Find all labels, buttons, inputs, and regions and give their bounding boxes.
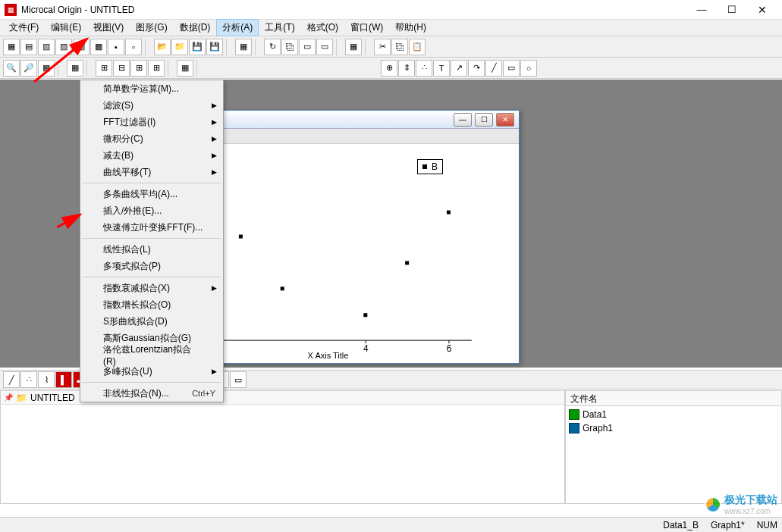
tb-zoom-out[interactable]: 🔎 bbox=[20, 60, 37, 77]
tb-grid2[interactable]: ⊟ bbox=[113, 60, 130, 77]
dd-calculus[interactable]: 微积分(C)▶ bbox=[80, 130, 223, 147]
tb-new-layout[interactable]: ▪ bbox=[108, 39, 124, 55]
tb-new-graph[interactable]: ▧ bbox=[55, 39, 72, 55]
tb-new-excel[interactable]: ▥ bbox=[38, 39, 55, 55]
tb-legend[interactable]: ▭ bbox=[299, 39, 316, 55]
file-list-header[interactable]: 文件名 bbox=[566, 391, 781, 406]
window-title: Microcal Origin - UNTITLED bbox=[21, 5, 686, 15]
dd-multipeak-fit[interactable]: 多峰拟合(U)▶ bbox=[80, 363, 223, 380]
tb-curved-arrow[interactable]: ↷ bbox=[468, 60, 485, 77]
tb-text[interactable]: T bbox=[433, 60, 450, 77]
project-explorer-body[interactable] bbox=[1, 405, 564, 503]
dd-translate[interactable]: 曲线平移(T)▶ bbox=[80, 164, 223, 180]
tb-grid1[interactable]: ⊞ bbox=[96, 60, 112, 77]
tb-new-matrix[interactable]: ▨ bbox=[73, 39, 90, 55]
svg-line-18 bbox=[57, 214, 80, 227]
tb-open-template[interactable]: 📁 bbox=[171, 39, 188, 55]
tb-save[interactable]: 💾 bbox=[189, 39, 206, 55]
tb-line[interactable]: ╱ bbox=[485, 60, 502, 77]
menu-graph[interactable]: 图形(G) bbox=[130, 19, 173, 36]
tb-new-notes[interactable]: ▫ bbox=[125, 39, 142, 55]
dd-nonlinear-fit[interactable]: 非线性拟合(N)...Ctrl+Y bbox=[80, 385, 223, 402]
tb-enlarge[interactable]: ∴ bbox=[416, 60, 432, 77]
dd-filter[interactable]: 滤波(S)▶ bbox=[80, 97, 223, 114]
file-item-data1[interactable]: Data1 bbox=[567, 408, 780, 421]
tb-line-plot[interactable]: ╱ bbox=[3, 371, 20, 388]
tb-arrow[interactable]: ↗ bbox=[451, 60, 467, 77]
menu-edit[interactable]: 编辑(E) bbox=[45, 19, 87, 36]
dd-lorentzian-fit[interactable]: 洛伦兹Lorentzian拟合(R) bbox=[80, 346, 223, 363]
maximize-button[interactable]: ☐ bbox=[717, 1, 747, 19]
status-window: Graph1* bbox=[711, 520, 745, 530]
tb-new-color[interactable]: ▭ bbox=[316, 39, 333, 55]
menu-window[interactable]: 窗口(W) bbox=[344, 19, 389, 36]
dd-exp-decay-fit[interactable]: 指数衰减拟合(X)▶ bbox=[80, 280, 223, 296]
tb-layer-tool[interactable]: ▦ bbox=[177, 60, 193, 77]
menu-tools[interactable]: 工具(T) bbox=[259, 19, 300, 36]
tb-print[interactable]: ▦ bbox=[235, 39, 252, 55]
dd-sigmoidal-fit[interactable]: S形曲线拟合(D) bbox=[80, 313, 223, 330]
status-dataset: Data1_B bbox=[663, 520, 699, 530]
menu-data[interactable]: 数据(D) bbox=[174, 19, 217, 36]
dd-polynomial-fit[interactable]: 多项式拟合(P) bbox=[80, 258, 223, 274]
menu-analysis[interactable]: 分析(A) bbox=[216, 19, 259, 36]
tb-circle[interactable]: ○ bbox=[520, 60, 537, 77]
graph-minimize-button[interactable]: — bbox=[454, 113, 472, 127]
dd-simple-math[interactable]: 简单数学运算(M)... bbox=[80, 80, 223, 97]
analysis-dropdown: 简单数学运算(M)... 滤波(S)▶ FFT过滤器(I)▶ 微积分(C)▶ 减… bbox=[80, 80, 224, 402]
dd-exp-growth-fit[interactable]: 指数增长拟合(O) bbox=[80, 296, 223, 313]
tb-open[interactable]: 📂 bbox=[154, 39, 171, 55]
file-list-pane: 文件名 Data1 Graph1 bbox=[565, 390, 782, 504]
menu-format[interactable]: 格式(O) bbox=[301, 19, 344, 36]
tb-grid3[interactable]: ⊞ bbox=[130, 60, 147, 77]
minimize-button[interactable]: — bbox=[686, 1, 717, 19]
file-list-body: Data1 Graph1 bbox=[566, 406, 781, 503]
tb-new-project[interactable]: ▦ bbox=[3, 39, 20, 55]
watermark-url: www.xz7.com bbox=[724, 507, 777, 515]
project-root-label[interactable]: UNTITLED bbox=[30, 393, 75, 403]
tb-scatter-plot[interactable]: ∴ bbox=[20, 371, 37, 388]
tb-add-layer[interactable]: ▦ bbox=[345, 39, 362, 55]
close-button[interactable]: ✕ bbox=[747, 1, 777, 19]
tb-scale-auto[interactable]: ⇕ bbox=[398, 60, 415, 77]
menu-view[interactable]: 视图(V) bbox=[87, 19, 130, 36]
tb-new-function[interactable]: ▩ bbox=[90, 39, 107, 55]
dd-subtract[interactable]: 减去(B)▶ bbox=[80, 147, 223, 164]
tb-new-worksheet[interactable]: ▤ bbox=[20, 39, 37, 55]
tb-save-template[interactable]: 💾 bbox=[206, 39, 223, 55]
file-item-graph1[interactable]: Graph1 bbox=[567, 421, 780, 435]
watermark-text: 极光下载站 bbox=[724, 493, 777, 507]
dd-linear-fit[interactable]: 线性拟合(L) bbox=[80, 241, 223, 258]
tb-zoom-in[interactable]: 🔍 bbox=[3, 60, 20, 77]
window-controls: — ☐ ✕ bbox=[686, 1, 777, 19]
tb-paste[interactable]: 📋 bbox=[409, 39, 426, 55]
menu-help[interactable]: 帮助(H) bbox=[389, 19, 432, 36]
tb-duplicate[interactable]: ⿻ bbox=[281, 39, 298, 55]
app-icon: ▦ bbox=[5, 4, 17, 16]
tb-template[interactable]: ▭ bbox=[230, 371, 247, 388]
svg-rect-14 bbox=[447, 211, 451, 214]
lower-panes: 📌 📁 UNTITLED 文件名 Data1 Graph1 bbox=[0, 390, 782, 504]
svg-rect-13 bbox=[405, 261, 409, 264]
tb-rect[interactable]: ▭ bbox=[503, 60, 520, 77]
tb-cut[interactable]: ✂ bbox=[374, 39, 391, 55]
tb-line-symbol[interactable]: ⌇ bbox=[38, 371, 55, 388]
svg-text:6: 6 bbox=[447, 343, 452, 354]
tb-rescale[interactable]: ▦ bbox=[38, 60, 55, 77]
menu-bar: 文件(F) 编辑(E) 视图(V) 图形(G) 数据(D) 分析(A) 工具(T… bbox=[0, 20, 782, 36]
tb-copy[interactable]: ⿻ bbox=[391, 39, 408, 55]
tb-crosshair[interactable]: ⊕ bbox=[381, 60, 397, 77]
toolbar-row-2: 🔍 🔎 ▦ ▦ ⊞ ⊟ ⊞ ⊞ ▦ ⊕ ⇕ ∴ T ↗ ↷ ╱ ▭ ○ bbox=[0, 58, 782, 79]
dd-fft-filter[interactable]: FFT过滤器(I)▶ bbox=[80, 114, 223, 130]
tb-2d[interactable]: ▦ bbox=[67, 60, 83, 77]
pin-icon[interactable]: 📌 bbox=[4, 393, 13, 402]
tb-column-plot[interactable]: ▌ bbox=[55, 371, 72, 388]
dd-average-curves[interactable]: 多条曲线平均(A)... bbox=[80, 186, 223, 202]
tb-grid4[interactable]: ⊞ bbox=[148, 60, 165, 77]
graph-close-button[interactable]: ✕ bbox=[496, 113, 514, 127]
dd-fft[interactable]: 快速傅立叶变换FFT(F)... bbox=[80, 219, 223, 236]
dd-interp-extrap[interactable]: 插入/外推(E)... bbox=[80, 202, 223, 219]
menu-file[interactable]: 文件(F) bbox=[3, 19, 45, 36]
tb-refresh[interactable]: ↻ bbox=[264, 39, 281, 55]
graph-maximize-button[interactable]: ☐ bbox=[475, 113, 493, 127]
